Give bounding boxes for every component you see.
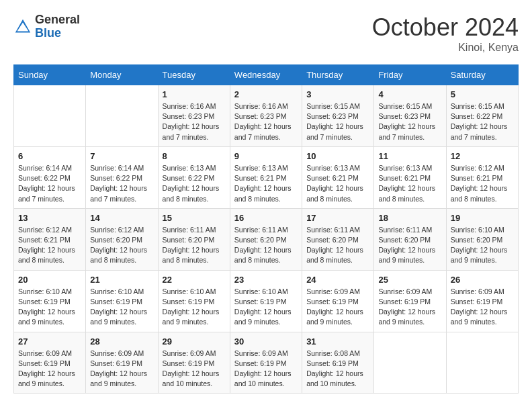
day-number: 17: [306, 213, 369, 223]
day-number: 15: [163, 213, 226, 223]
day-number: 25: [378, 275, 441, 285]
day-info: Sunrise: 6:10 AM Sunset: 6:20 PM Dayligh…: [451, 225, 514, 266]
day-number: 8: [163, 151, 226, 161]
calendar-cell: 8Sunrise: 6:13 AM Sunset: 6:22 PM Daylig…: [158, 146, 230, 208]
calendar-cell: 21Sunrise: 6:10 AM Sunset: 6:19 PM Dayli…: [86, 270, 158, 332]
day-number: 2: [234, 89, 298, 99]
day-number: 31: [306, 336, 369, 347]
day-info: Sunrise: 6:11 AM Sunset: 6:20 PM Dayligh…: [163, 225, 226, 266]
weekday-header: Sunday: [14, 65, 86, 85]
day-number: 21: [90, 275, 153, 285]
calendar-cell: 2Sunrise: 6:16 AM Sunset: 6:23 PM Daylig…: [230, 85, 302, 147]
day-number: 5: [451, 89, 514, 99]
day-info: Sunrise: 6:16 AM Sunset: 6:23 PM Dayligh…: [234, 101, 298, 142]
day-number: 3: [306, 89, 369, 99]
calendar-cell: 12Sunrise: 6:12 AM Sunset: 6:21 PM Dayli…: [446, 146, 518, 208]
logo: General Blue: [13, 13, 80, 40]
weekday-row: SundayMondayTuesdayWednesdayThursdayFrid…: [14, 65, 519, 85]
weekday-header: Tuesday: [158, 65, 230, 85]
calendar-cell: 9Sunrise: 6:13 AM Sunset: 6:21 PM Daylig…: [230, 146, 302, 208]
calendar-cell: 13Sunrise: 6:12 AM Sunset: 6:21 PM Dayli…: [14, 208, 86, 270]
day-number: 4: [378, 89, 441, 99]
calendar-cell: 30Sunrise: 6:09 AM Sunset: 6:19 PM Dayli…: [230, 332, 302, 394]
calendar-cell: 26Sunrise: 6:09 AM Sunset: 6:19 PM Dayli…: [446, 270, 518, 332]
day-info: Sunrise: 6:13 AM Sunset: 6:21 PM Dayligh…: [234, 163, 298, 204]
day-info: Sunrise: 6:08 AM Sunset: 6:19 PM Dayligh…: [306, 349, 369, 390]
day-info: Sunrise: 6:13 AM Sunset: 6:21 PM Dayligh…: [378, 163, 441, 204]
day-number: 26: [451, 275, 514, 285]
day-number: 10: [306, 151, 369, 161]
day-number: 16: [234, 213, 298, 223]
calendar-cell: 4Sunrise: 6:15 AM Sunset: 6:23 PM Daylig…: [374, 85, 446, 147]
calendar-cell: 20Sunrise: 6:10 AM Sunset: 6:19 PM Dayli…: [14, 270, 86, 332]
calendar-cell: 7Sunrise: 6:14 AM Sunset: 6:22 PM Daylig…: [86, 146, 158, 208]
day-number: 20: [18, 275, 81, 285]
day-number: 29: [163, 336, 226, 347]
calendar-cell: 6Sunrise: 6:14 AM Sunset: 6:22 PM Daylig…: [14, 146, 86, 208]
day-info: Sunrise: 6:13 AM Sunset: 6:22 PM Dayligh…: [163, 163, 226, 204]
day-number: 27: [18, 336, 81, 347]
calendar-cell: 16Sunrise: 6:11 AM Sunset: 6:20 PM Dayli…: [230, 208, 302, 270]
calendar-cell: 3Sunrise: 6:15 AM Sunset: 6:23 PM Daylig…: [302, 85, 374, 147]
calendar-cell: 18Sunrise: 6:11 AM Sunset: 6:20 PM Dayli…: [374, 208, 446, 270]
day-number: 14: [90, 213, 153, 223]
day-number: 24: [306, 275, 369, 285]
day-info: Sunrise: 6:09 AM Sunset: 6:19 PM Dayligh…: [306, 287, 369, 328]
day-info: Sunrise: 6:13 AM Sunset: 6:21 PM Dayligh…: [306, 163, 369, 204]
day-number: 1: [163, 89, 226, 99]
weekday-header: Saturday: [446, 65, 518, 85]
day-number: 7: [90, 151, 153, 161]
calendar-cell: 19Sunrise: 6:10 AM Sunset: 6:20 PM Dayli…: [446, 208, 518, 270]
calendar-cell: [86, 85, 158, 147]
calendar-cell: 15Sunrise: 6:11 AM Sunset: 6:20 PM Dayli…: [158, 208, 230, 270]
calendar-cell: 14Sunrise: 6:12 AM Sunset: 6:20 PM Dayli…: [86, 208, 158, 270]
calendar-cell: 29Sunrise: 6:09 AM Sunset: 6:19 PM Dayli…: [158, 332, 230, 394]
day-number: 9: [234, 151, 298, 161]
day-info: Sunrise: 6:09 AM Sunset: 6:19 PM Dayligh…: [234, 349, 298, 390]
weekday-header: Thursday: [302, 65, 374, 85]
day-number: 23: [234, 275, 298, 285]
location: Kinoi, Kenya: [372, 42, 519, 54]
calendar-cell: 11Sunrise: 6:13 AM Sunset: 6:21 PM Dayli…: [374, 146, 446, 208]
day-number: 30: [234, 336, 298, 347]
calendar-week-row: 13Sunrise: 6:12 AM Sunset: 6:21 PM Dayli…: [14, 208, 519, 270]
calendar-cell: [14, 85, 86, 147]
calendar-cell: 5Sunrise: 6:15 AM Sunset: 6:22 PM Daylig…: [446, 85, 518, 147]
day-info: Sunrise: 6:10 AM Sunset: 6:19 PM Dayligh…: [234, 287, 298, 328]
calendar-table: SundayMondayTuesdayWednesdayThursdayFrid…: [13, 64, 519, 394]
day-info: Sunrise: 6:10 AM Sunset: 6:19 PM Dayligh…: [163, 287, 226, 328]
calendar-cell: 25Sunrise: 6:09 AM Sunset: 6:19 PM Dayli…: [374, 270, 446, 332]
day-info: Sunrise: 6:16 AM Sunset: 6:23 PM Dayligh…: [163, 101, 226, 142]
day-number: 13: [18, 213, 81, 223]
day-info: Sunrise: 6:15 AM Sunset: 6:23 PM Dayligh…: [378, 101, 441, 142]
day-number: 18: [378, 213, 441, 223]
calendar-cell: 31Sunrise: 6:08 AM Sunset: 6:19 PM Dayli…: [302, 332, 374, 394]
day-info: Sunrise: 6:12 AM Sunset: 6:21 PM Dayligh…: [451, 163, 514, 204]
day-number: 19: [451, 213, 514, 223]
day-info: Sunrise: 6:09 AM Sunset: 6:19 PM Dayligh…: [163, 349, 226, 390]
month-title: October 2024: [372, 13, 519, 42]
calendar-cell: 23Sunrise: 6:10 AM Sunset: 6:19 PM Dayli…: [230, 270, 302, 332]
calendar-header: SundayMondayTuesdayWednesdayThursdayFrid…: [14, 65, 519, 85]
page-header: General Blue October 2024 Kinoi, Kenya: [13, 13, 519, 54]
logo-blue: Blue: [35, 27, 80, 40]
day-info: Sunrise: 6:09 AM Sunset: 6:19 PM Dayligh…: [18, 349, 81, 390]
calendar-week-row: 1Sunrise: 6:16 AM Sunset: 6:23 PM Daylig…: [14, 85, 519, 147]
weekday-header: Friday: [374, 65, 446, 85]
calendar-cell: 22Sunrise: 6:10 AM Sunset: 6:19 PM Dayli…: [158, 270, 230, 332]
day-number: 6: [18, 151, 81, 161]
logo-text: General Blue: [35, 13, 80, 40]
calendar-cell: 1Sunrise: 6:16 AM Sunset: 6:23 PM Daylig…: [158, 85, 230, 147]
day-info: Sunrise: 6:15 AM Sunset: 6:23 PM Dayligh…: [306, 101, 369, 142]
logo-general: General: [35, 13, 80, 27]
day-info: Sunrise: 6:11 AM Sunset: 6:20 PM Dayligh…: [234, 225, 298, 266]
calendar-cell: 28Sunrise: 6:09 AM Sunset: 6:19 PM Dayli…: [86, 332, 158, 394]
calendar-cell: 10Sunrise: 6:13 AM Sunset: 6:21 PM Dayli…: [302, 146, 374, 208]
day-info: Sunrise: 6:09 AM Sunset: 6:19 PM Dayligh…: [378, 287, 441, 328]
day-info: Sunrise: 6:09 AM Sunset: 6:19 PM Dayligh…: [90, 349, 153, 390]
day-number: 11: [378, 151, 441, 161]
day-number: 12: [451, 151, 514, 161]
weekday-header: Monday: [86, 65, 158, 85]
calendar-cell: [374, 332, 446, 394]
day-info: Sunrise: 6:14 AM Sunset: 6:22 PM Dayligh…: [90, 163, 153, 204]
